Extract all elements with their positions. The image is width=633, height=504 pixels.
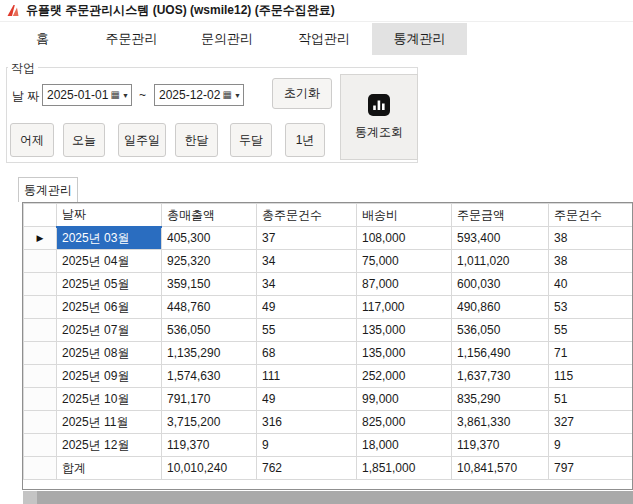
cell[interactable]: 68 xyxy=(257,342,357,365)
horizontal-scrollbar[interactable] xyxy=(23,491,633,504)
row-header-cell[interactable] xyxy=(24,365,57,388)
cell[interactable]: 49 xyxy=(257,296,357,319)
cell[interactable]: 34 xyxy=(257,273,357,296)
cell[interactable]: 51 xyxy=(549,388,633,411)
cell[interactable]: 791,170 xyxy=(162,388,257,411)
cell[interactable]: 2025년 08월 xyxy=(57,342,162,365)
cell[interactable]: 10,010,240 xyxy=(162,457,257,480)
cell[interactable]: 99,000 xyxy=(357,388,452,411)
preset-button-today[interactable]: 오늘 xyxy=(63,123,105,157)
cell[interactable]: 55 xyxy=(549,319,633,342)
cell[interactable]: 600,030 xyxy=(452,273,549,296)
cell[interactable]: 75,000 xyxy=(357,250,452,273)
row-header-cell[interactable] xyxy=(24,411,57,434)
chevron-down-icon[interactable]: ▼ xyxy=(234,92,241,99)
column-header-1[interactable]: 총매출액 xyxy=(162,204,257,227)
row-pointer-icon[interactable]: ▶ xyxy=(24,227,57,250)
cell[interactable]: 536,050 xyxy=(452,319,549,342)
cell[interactable]: 10,841,570 xyxy=(452,457,549,480)
row-header-cell[interactable] xyxy=(24,250,57,273)
cell[interactable]: 405,300 xyxy=(162,227,257,250)
row-header-cell[interactable] xyxy=(24,296,57,319)
cell[interactable]: 111 xyxy=(257,365,357,388)
tab-inquiry[interactable]: 문의관리 xyxy=(178,23,276,55)
column-header-0[interactable]: 날짜 xyxy=(57,204,162,227)
cell[interactable]: 34 xyxy=(257,250,357,273)
cell[interactable]: 135,000 xyxy=(357,319,452,342)
cell[interactable]: 536,050 xyxy=(162,319,257,342)
cell[interactable]: 2025년 04월 xyxy=(57,250,162,273)
cell[interactable]: 53 xyxy=(549,296,633,319)
subtab-stats[interactable]: 통계관리 xyxy=(18,177,78,202)
preset-button-yesterday[interactable]: 어제 xyxy=(10,123,54,157)
column-header-5[interactable]: 주문건수 xyxy=(549,204,633,227)
stats-query-button[interactable]: 통계조회 xyxy=(340,74,418,160)
column-header-3[interactable]: 배송비 xyxy=(357,204,452,227)
cell[interactable]: 합계 xyxy=(57,457,162,480)
cell[interactable]: 2025년 06월 xyxy=(57,296,162,319)
cell[interactable]: 108,000 xyxy=(357,227,452,250)
cell[interactable]: 490,860 xyxy=(452,296,549,319)
cell[interactable]: 3,861,330 xyxy=(452,411,549,434)
tab-stats[interactable]: 통계관리 xyxy=(372,23,467,55)
cell[interactable]: 38 xyxy=(549,227,633,250)
preset-button-one-month[interactable]: 한달 xyxy=(175,123,218,157)
scroll-left-button[interactable] xyxy=(23,491,37,504)
cell[interactable]: 825,000 xyxy=(357,411,452,434)
cell[interactable]: 9 xyxy=(257,434,357,457)
cell[interactable]: 40 xyxy=(549,273,633,296)
row-header-cell[interactable] xyxy=(24,434,57,457)
cell[interactable]: 3,715,200 xyxy=(162,411,257,434)
tab-order[interactable]: 주문관리 xyxy=(85,23,178,55)
chevron-down-icon[interactable]: ▼ xyxy=(122,92,129,99)
corner-header-cell[interactable] xyxy=(24,204,57,227)
preset-button-one-week[interactable]: 일주일 xyxy=(118,123,166,157)
cell[interactable]: 55 xyxy=(257,319,357,342)
cell[interactable]: 2025년 09월 xyxy=(57,365,162,388)
cell[interactable]: 1,135,290 xyxy=(162,342,257,365)
date-from-input[interactable]: 2025-01-01 ▦ ▼ xyxy=(42,84,132,106)
cell[interactable]: 71 xyxy=(549,342,633,365)
cell[interactable]: 2025년 12월 xyxy=(57,434,162,457)
cell[interactable]: 835,290 xyxy=(452,388,549,411)
cell[interactable]: 327 xyxy=(549,411,633,434)
cell[interactable]: 316 xyxy=(257,411,357,434)
cell[interactable]: 925,320 xyxy=(162,250,257,273)
tab-work[interactable]: 작업관리 xyxy=(276,23,372,55)
cell[interactable]: 359,150 xyxy=(162,273,257,296)
cell[interactable]: 117,000 xyxy=(357,296,452,319)
preset-button-two-months[interactable]: 두달 xyxy=(230,123,272,157)
cell[interactable]: 87,000 xyxy=(357,273,452,296)
row-header-cell[interactable] xyxy=(24,388,57,411)
cell[interactable]: 1,851,000 xyxy=(357,457,452,480)
cell[interactable]: 115 xyxy=(549,365,633,388)
cell[interactable]: 762 xyxy=(257,457,357,480)
row-header-cell[interactable] xyxy=(24,457,57,480)
row-header-cell[interactable] xyxy=(24,342,57,365)
cell[interactable]: 37 xyxy=(257,227,357,250)
cell[interactable]: 38 xyxy=(549,250,633,273)
cell[interactable]: 119,370 xyxy=(162,434,257,457)
preset-button-one-year[interactable]: 1년 xyxy=(285,123,325,157)
selected-cell[interactable]: 2025년 03월 xyxy=(57,227,162,250)
cell[interactable]: 593,400 xyxy=(452,227,549,250)
cell[interactable]: 448,760 xyxy=(162,296,257,319)
column-header-4[interactable]: 주문금액 xyxy=(452,204,549,227)
cell[interactable]: 2025년 07월 xyxy=(57,319,162,342)
cell[interactable]: 18,000 xyxy=(357,434,452,457)
cell[interactable]: 1,011,020 xyxy=(452,250,549,273)
date-to-input[interactable]: 2025-12-02 ▦ ▼ xyxy=(154,84,244,106)
column-header-2[interactable]: 총주문건수 xyxy=(257,204,357,227)
row-header-cell[interactable] xyxy=(24,273,57,296)
reset-button[interactable]: 초기화 xyxy=(272,78,332,109)
cell[interactable]: 9 xyxy=(549,434,633,457)
cell[interactable]: 2025년 11월 xyxy=(57,411,162,434)
cell[interactable]: 49 xyxy=(257,388,357,411)
cell[interactable]: 2025년 05월 xyxy=(57,273,162,296)
cell[interactable]: 1,637,730 xyxy=(452,365,549,388)
cell[interactable]: 119,370 xyxy=(452,434,549,457)
cell[interactable]: 252,000 xyxy=(357,365,452,388)
cell[interactable]: 2025년 10월 xyxy=(57,388,162,411)
cell[interactable]: 1,156,490 xyxy=(452,342,549,365)
cell[interactable]: 1,574,630 xyxy=(162,365,257,388)
